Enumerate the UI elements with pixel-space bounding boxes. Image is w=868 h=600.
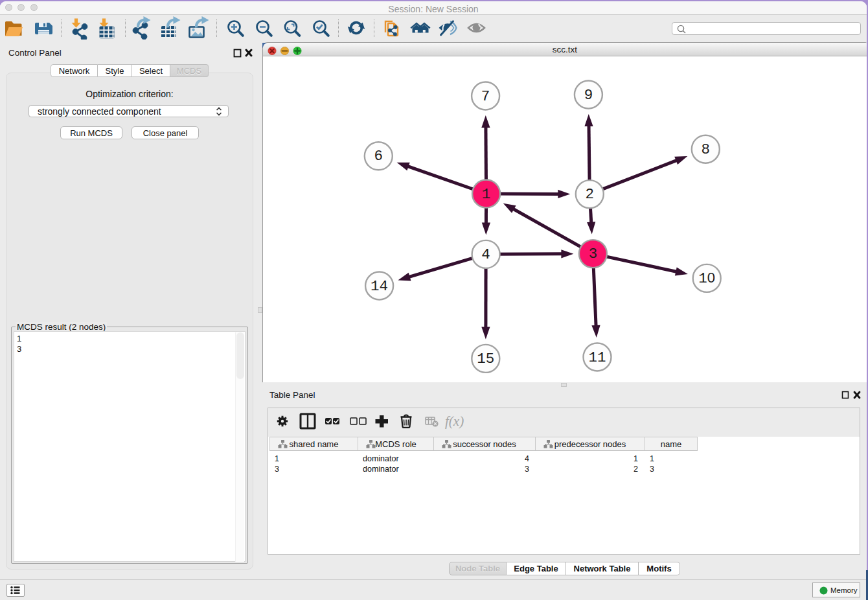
svg-text:4: 4 <box>481 246 490 263</box>
svg-text:3: 3 <box>589 246 598 262</box>
svg-text:7: 7 <box>481 88 490 105</box>
svg-text:6: 6 <box>374 148 383 165</box>
svg-text:2: 2 <box>586 186 595 203</box>
svg-text:f(x): f(x) <box>445 413 464 429</box>
svg-text:1: 1 <box>482 186 491 203</box>
svg-text:15: 15 <box>477 351 494 367</box>
svg-text:9: 9 <box>584 87 593 104</box>
svg-text:11: 11 <box>588 349 606 366</box>
svg-text:10: 10 <box>698 270 715 287</box>
svg-text:14: 14 <box>371 278 388 295</box>
svg-text:8: 8 <box>702 141 711 158</box>
